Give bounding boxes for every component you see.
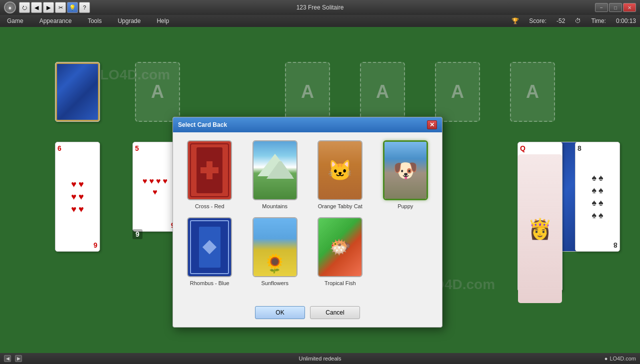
toolbar-help[interactable]: ? xyxy=(79,2,90,13)
dialog-overlay: Select Card Back ✕ xyxy=(0,27,640,364)
menu-bar: Game Appearance Tools Upgrade Help 🏆 Sco… xyxy=(0,15,640,27)
dialog-titlebar: Select Card Back ✕ xyxy=(173,117,442,132)
card-thumb-sunflowers: 🌻 xyxy=(252,217,298,277)
card-label-sunflowers: Sunflowers xyxy=(262,280,288,286)
card-label-rhombus-blue: Rhombus - Blue xyxy=(190,280,230,286)
score-icon: 🏆 xyxy=(512,17,519,24)
card-thumb-mountains xyxy=(252,140,298,200)
card-thumb-rhombus-blue xyxy=(187,217,232,277)
menu-appearance[interactable]: Appearance xyxy=(36,16,75,25)
app-icon: ♠ xyxy=(4,1,16,13)
card-option-cross-red[interactable]: Cross - Red xyxy=(181,140,238,209)
maximize-button[interactable]: □ xyxy=(609,3,622,12)
window-controls: − □ ✕ xyxy=(595,3,636,12)
card-option-mountains[interactable]: Mountains xyxy=(246,140,304,209)
card-option-puppy[interactable]: 🐶 Puppy xyxy=(377,140,434,209)
time-label: Time: xyxy=(591,17,606,24)
card-option-cat[interactable]: 🐱 Orange Tabby Cat xyxy=(312,140,369,209)
title-bar-left: ♠ ⭮ ◀ ▶ ✂ 💡 ? xyxy=(4,1,90,13)
card-label-tropical: Tropical Fish xyxy=(324,280,356,286)
card-thumb-puppy: 🐶 xyxy=(383,140,428,200)
menu-tools[interactable]: Tools xyxy=(84,16,104,25)
card-thumb-cross-red xyxy=(187,140,232,200)
time-value: 0:00:13 xyxy=(616,17,636,24)
dialog-content: Cross - Red Mountains xyxy=(173,132,442,302)
card-label-mountains: Mountains xyxy=(262,203,288,209)
card-option-tropical[interactable]: 🐡 Tropical Fish xyxy=(312,217,369,286)
cancel-button[interactable]: Cancel xyxy=(310,306,360,319)
score-time: 🏆 Score: -52 ⏱ Time: 0:00:13 xyxy=(512,17,636,24)
select-card-back-dialog: Select Card Back ✕ xyxy=(172,117,442,328)
menu-game[interactable]: Game xyxy=(4,16,26,25)
dialog-close-button[interactable]: ✕ xyxy=(427,120,437,129)
close-button[interactable]: ✕ xyxy=(623,3,636,12)
card-label-cat: Orange Tabby Cat xyxy=(318,203,362,209)
dialog-title: Select Card Back xyxy=(178,121,227,128)
card-thumb-tropical: 🐡 xyxy=(318,217,362,277)
score-value: -52 xyxy=(556,17,565,24)
title-bar: ♠ ⭮ ◀ ▶ ✂ 💡 ? 123 Free Solitaire − □ ✕ xyxy=(0,0,640,15)
score-label: Score: xyxy=(529,17,546,24)
menu-help[interactable]: Help xyxy=(154,16,172,25)
card-option-sunflowers[interactable]: 🌻 Sunflowers xyxy=(246,217,304,286)
menu-upgrade[interactable]: Upgrade xyxy=(114,16,144,25)
card-thumb-cat: 🐱 xyxy=(318,140,362,200)
minimize-button[interactable]: − xyxy=(595,3,608,12)
toolbar-back[interactable]: ◀ xyxy=(31,2,42,13)
card-back-grid: Cross - Red Mountains xyxy=(181,140,434,286)
toolbar-cut[interactable]: ✂ xyxy=(55,2,66,13)
toolbar-icons: ⭮ ◀ ▶ ✂ 💡 ? xyxy=(19,2,90,13)
game-area: LO4D.com LO4D.com LO4D.com A A A A A 6 ♥… xyxy=(0,27,640,364)
card-option-rhombus-blue[interactable]: Rhombus - Blue xyxy=(181,217,238,286)
ok-button[interactable]: OK xyxy=(255,306,305,319)
card-label-cross-red: Cross - Red xyxy=(195,203,224,209)
toolbar-new[interactable]: ⭮ xyxy=(19,2,30,13)
card-label-puppy: Puppy xyxy=(398,203,413,209)
dialog-buttons: OK Cancel xyxy=(173,302,442,327)
window-title: 123 Free Solitaire xyxy=(296,4,344,11)
toolbar-forward[interactable]: ▶ xyxy=(43,2,54,13)
toolbar-hint[interactable]: 💡 xyxy=(67,2,78,13)
time-icon: ⏱ xyxy=(575,17,581,24)
